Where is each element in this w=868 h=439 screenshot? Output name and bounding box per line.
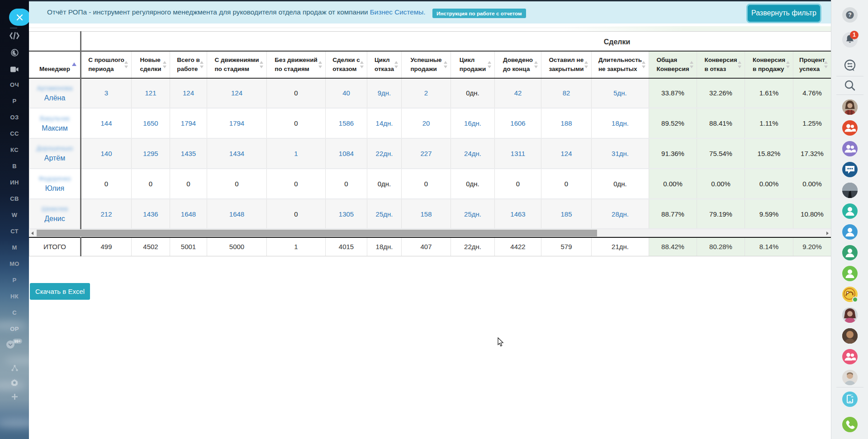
svg-text:99+: 99+ <box>14 339 20 344</box>
svg-text:?: ? <box>848 12 851 18</box>
